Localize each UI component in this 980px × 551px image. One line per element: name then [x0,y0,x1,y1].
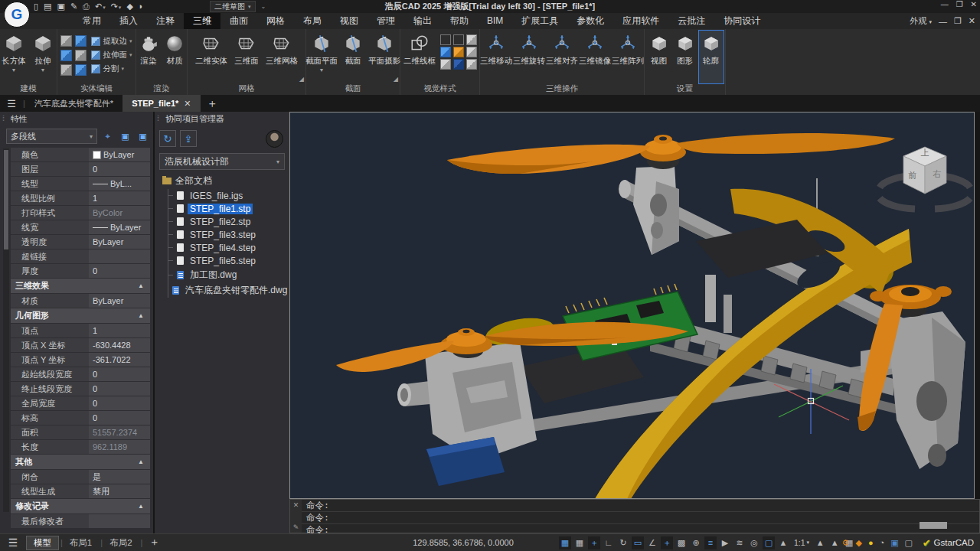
property-value[interactable]: 0 [89,162,150,176]
statusbar-utility-icon[interactable]: ● [868,538,874,547]
ribbon-button[interactable]: 三维镜像 [580,31,611,83]
property-value[interactable]: 1 [89,191,150,205]
sync-button[interactable]: ↻ [159,130,176,147]
property-row[interactable]: 标高 0 [11,411,150,425]
ribbon-button[interactable]: 截面平面 ▼ [306,31,337,83]
tree-file-item[interactable]: STEP_file4.step [168,241,289,254]
property-value[interactable]: -630.4428 [89,338,150,352]
project-panel-title[interactable]: 协同项目管理器 [155,112,289,126]
department-select[interactable]: 浩辰机械设计部 ▾ [159,153,285,170]
property-row[interactable]: 顶点 1 [11,324,150,337]
statusbar-toggle-icon[interactable]: ▢ [763,536,775,549]
property-value[interactable]: 0 [89,396,150,410]
collapse-icon[interactable]: ▲ [138,279,144,293]
statusbar-toggle-icon[interactable]: ⊕ [690,536,702,549]
ribbon-button[interactable]: 三维对齐 [547,31,578,83]
property-row[interactable]: 图层 0 [11,162,150,176]
ribbon-tab[interactable]: 三维 [184,13,220,29]
command-prompt[interactable]: 命令: [302,500,979,512]
property-row[interactable]: 起始线段宽度 0 [11,367,150,381]
ribbon-tab[interactable]: 输出 [404,13,441,29]
statusbar-toggle-icon[interactable]: ▦ [573,536,586,549]
property-row[interactable]: 颜色 ByLayer [11,148,150,161]
statusbar-toggle-icon[interactable]: ＋ [588,536,600,549]
material-button[interactable]: 材质 [162,31,187,83]
ribbon-tab[interactable]: 插入 [110,13,147,29]
ribbon-button[interactable]: 三维网格 [265,31,299,83]
ribbon-tab[interactable]: 扩展工具 [512,13,567,29]
property-value[interactable]: ByLayer [89,235,150,249]
ribbon-button[interactable]: 轮廓 [699,31,724,83]
layout-tab[interactable]: 布局2 [103,536,139,549]
toggle-pickadd-button[interactable]: ⌖ [100,129,115,144]
ribbon-button[interactable]: 三维阵列 [612,31,644,83]
ribbon-button[interactable]: 三维旋转 [514,31,545,83]
tree-file-item[interactable]: IGES_file.igs [168,189,289,202]
property-row[interactable]: 厚度 0 [11,264,150,278]
document-menu-icon[interactable]: ☰ [0,98,23,109]
statusbar-toggle-icon[interactable]: ＋ [661,536,673,549]
property-value[interactable]: ByL... [89,177,150,191]
import-file-button[interactable]: ⇪ [180,130,197,147]
property-value[interactable]: 962.1189 [89,440,150,454]
property-row[interactable]: 超链接 [11,249,150,263]
tree-file-item[interactable]: 加工图.dwg [168,267,289,282]
close-cmdline-icon[interactable]: ✕ [293,501,299,509]
property-row[interactable]: 长度 962.1189 [11,440,150,454]
ribbon-button[interactable]: 图形 [673,31,697,83]
ribbon-dropdown-button[interactable]: 提取边 ▾ [91,36,132,47]
property-row[interactable]: 终止线段宽度 0 [11,382,150,396]
property-value[interactable]: -361.7022 [89,353,150,367]
statusbar-toggle-icon[interactable]: ▲ [814,536,826,549]
tree-root-folder[interactable]: 全部文档 [155,173,289,189]
property-row[interactable]: 全局宽度 0 [11,396,150,410]
statusbar-toggle-icon[interactable]: ▦ [559,536,571,549]
new-layout-button[interactable]: ＋ [149,536,159,549]
close-tab-icon[interactable]: ✕ [184,95,191,112]
ribbon-tab[interactable]: 常用 [74,13,110,29]
property-value[interactable]: 0 [89,367,150,381]
visual-style-gallery[interactable] [440,31,478,83]
ribbon-tab[interactable]: 注释 [147,13,184,29]
property-value[interactable]: ByLayer [89,148,150,161]
document-tab[interactable]: STEP_file1* ✕ [122,95,200,112]
property-value[interactable]: 0 [89,411,150,425]
statusbar-toggle-icon[interactable]: ▲ [777,536,789,549]
wireframe-2d-button[interactable]: 二维线框 [402,31,437,83]
ribbon-button[interactable]: 二维实体 [194,31,228,83]
property-row[interactable]: 线型比例 1 [11,191,150,205]
render-button[interactable]: 渲染 [136,31,161,83]
property-value[interactable]: 0 [89,264,150,278]
statusbar-toggle-icon[interactable]: ▶ [719,536,731,549]
property-row[interactable]: 线型生成 禁用 [11,484,150,498]
statusbar-toggle-icon[interactable]: ↻ [617,536,629,549]
ribbon-tab[interactable]: 曲面 [220,13,257,29]
collapse-icon[interactable]: ▲ [138,499,144,514]
statusbar-utility-icon[interactable]: ◔ [880,538,885,547]
minimize-button[interactable]: — [941,0,949,8]
select-objects-button[interactable]: ▣ [118,129,132,144]
statusbar-toggle-icon[interactable]: ≋ [733,536,746,549]
property-value[interactable]: ByLayer [89,220,150,234]
property-value[interactable]: 51557.2374 [89,425,150,439]
properties-panel-title[interactable]: 特性 [0,112,153,126]
drawing-viewport[interactable]: 上 前 右 [289,112,975,499]
ribbon-tab[interactable]: 协同设计 [714,13,769,29]
user-avatar[interactable] [266,130,283,148]
property-row[interactable]: 透明度 ByLayer [11,235,150,249]
property-row[interactable]: 闭合 是 [11,470,150,484]
solid-edit-icon-grid[interactable] [60,31,87,83]
statusbar-toggle-icon[interactable]: ▭ [632,536,644,549]
statusbar-utility-icon[interactable]: ▢ [905,538,913,548]
property-row[interactable]: 顶点 Y 坐标 -361.7022 [11,353,150,367]
ribbon-button[interactable]: 三维移动 [481,31,512,83]
section-header[interactable]: 几何图形▲ [11,308,150,323]
property-row[interactable]: 最后修改者 [11,514,150,528]
ribbon-tab[interactable]: 管理 [368,13,404,29]
ribbon-tab[interactable]: 视图 [331,13,368,29]
collapse-icon[interactable]: ▲ [138,455,144,469]
ribbon-tab[interactable]: 帮助 [441,13,478,29]
ribbon-tab[interactable]: 应用软件 [613,13,668,29]
tree-file-item[interactable]: STEP_file1.stp [168,202,289,215]
ribbon-tab[interactable]: 参数化 [567,13,613,29]
